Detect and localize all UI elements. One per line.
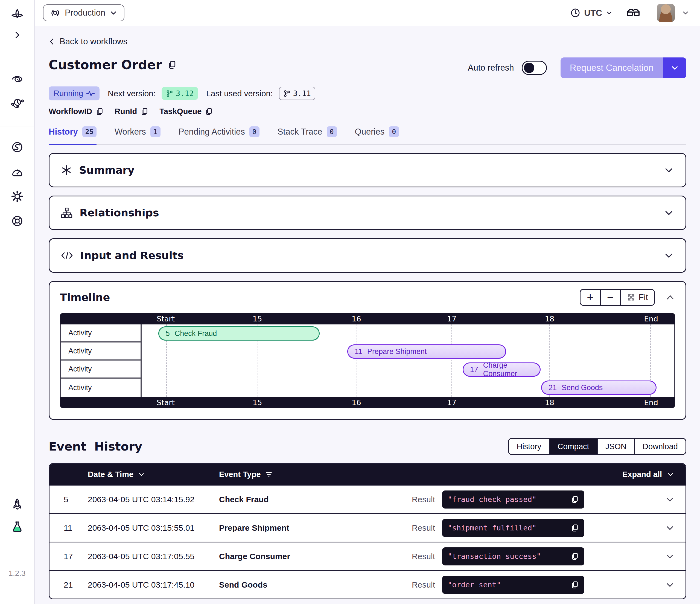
- event-row-charge-consumer[interactable]: 17 2063-04-05 UTC 03:17:05.55 Charge Con…: [49, 541, 685, 570]
- relationships-panel[interactable]: Relationships: [49, 196, 686, 230]
- namespace-selector[interactable]: Production: [43, 4, 124, 21]
- view-mode-history[interactable]: History: [509, 439, 549, 454]
- toggle-knob: [524, 63, 534, 73]
- event-name: Check Fraud: [175, 329, 217, 338]
- gantt-bar-prepare-shipment[interactable]: 11 Prepare Shipment: [347, 344, 506, 359]
- next-version-value: 3.12: [176, 89, 194, 98]
- task-queue-copy[interactable]: TaskQueue: [159, 107, 213, 116]
- gantt-bar-charge-consumer[interactable]: 17 Charge Consumer: [462, 362, 541, 377]
- sidebar-item-support-icon[interactable]: [8, 212, 26, 230]
- axis-tick: End: [644, 315, 658, 323]
- result-value: "transaction success": [448, 552, 571, 560]
- sidebar-item-usage-icon[interactable]: [8, 163, 26, 180]
- input-results-panel[interactable]: Input and Results: [49, 238, 686, 273]
- event-timestamp: 2063-04-05 UTC 03:15:55.01: [88, 523, 219, 533]
- gantt-bar-send-goods[interactable]: 21 Send Goods: [541, 381, 656, 395]
- result-chip: "fraud check passed": [442, 490, 584, 509]
- result-chip: "shipment fulfilled": [442, 519, 584, 537]
- axis-tick: 15: [253, 315, 262, 323]
- workflow-id-label: WorkflowID: [49, 107, 92, 116]
- expand-row-chevron-icon[interactable]: [665, 523, 675, 533]
- filter-icon: [265, 471, 272, 478]
- cancelation-dropdown-button[interactable]: [663, 57, 686, 78]
- summary-panel[interactable]: Summary: [49, 153, 686, 187]
- event-timestamp: 2063-04-05 UTC 03:14:15.92: [88, 495, 219, 504]
- chevron-down-icon: [664, 165, 674, 175]
- request-cancelation-label: Request Cancelation: [560, 57, 663, 78]
- tab-count-badge: 0: [249, 126, 259, 137]
- view-mode-json[interactable]: JSON: [597, 439, 634, 454]
- labs-glasses-icon[interactable]: [626, 8, 641, 18]
- copy-icon: [140, 107, 148, 116]
- copy-icon[interactable]: [571, 524, 579, 532]
- sidebar-item-getting-started-icon[interactable]: [8, 496, 26, 513]
- sidebar-item-workflows-icon[interactable]: [8, 70, 26, 88]
- event-row-check-fraud[interactable]: 5 2063-04-05 UTC 03:14:15.92 Check Fraud…: [49, 485, 685, 513]
- copy-icon[interactable]: [167, 60, 177, 70]
- column-date-time[interactable]: Date & Time: [88, 470, 219, 479]
- zoom-out-button[interactable]: −: [600, 290, 620, 305]
- event-name: Send Goods: [561, 384, 603, 392]
- copy-icon[interactable]: [571, 581, 579, 589]
- sidebar-item-settings-icon[interactable]: [8, 188, 26, 205]
- sidebar-expand-button[interactable]: [8, 26, 26, 44]
- timeline-panel: Timeline + − Fit: [49, 281, 686, 420]
- left-sidebar: 1.2.3: [0, 0, 35, 604]
- last-used-version-value: 3.11: [293, 89, 311, 98]
- sidebar-item-batch-icon[interactable]: [8, 139, 26, 156]
- request-cancelation-button[interactable]: Request Cancelation: [560, 57, 686, 78]
- event-id: 21: [549, 384, 557, 392]
- tab-workers[interactable]: Workers 1: [115, 126, 160, 137]
- result-label: Result: [412, 495, 437, 504]
- tab-history[interactable]: History 25: [49, 126, 97, 137]
- copy-icon[interactable]: [571, 496, 579, 504]
- tab-count-badge: 25: [82, 126, 97, 137]
- event-type-header-label: Event Type: [219, 470, 261, 479]
- run-id-copy[interactable]: RunId: [115, 107, 148, 116]
- tab-label: Pending Activities: [179, 127, 245, 137]
- gantt-bar-check-fraud[interactable]: 5 Check Fraud: [158, 327, 320, 341]
- sidebar-item-schedules-icon[interactable]: [8, 95, 26, 112]
- view-mode-compact[interactable]: Compact: [549, 439, 597, 454]
- temporal-logo-icon: [8, 7, 26, 25]
- event-row-prepare-shipment[interactable]: 11 2063-04-05 UTC 03:15:55.01 Prepare Sh…: [49, 513, 685, 541]
- expand-arrows-icon: [627, 293, 635, 302]
- status-label: Running: [54, 89, 83, 98]
- timezone-selector[interactable]: UTC: [570, 8, 612, 18]
- last-used-version-label: Last used version:: [206, 89, 273, 98]
- sidebar-item-labs-icon[interactable]: [8, 518, 26, 536]
- expand-row-chevron-icon[interactable]: [665, 552, 675, 561]
- expand-row-chevron-icon[interactable]: [665, 495, 675, 504]
- tab-stack-trace[interactable]: Stack Trace 0: [278, 126, 337, 137]
- result-label: Result: [412, 580, 437, 589]
- next-version-label: Next version:: [108, 89, 156, 98]
- back-to-workflows-link[interactable]: Back to workflows: [49, 37, 127, 47]
- chevron-down-icon: [606, 9, 612, 16]
- column-event-type[interactable]: Event Type: [219, 470, 398, 479]
- gantt-body: Activity 5 Check Fraud Activity 11 Prepa…: [60, 324, 675, 397]
- gantt-row: Activity 21 Send Goods: [61, 379, 674, 397]
- last-used-version-badge: 3.11: [279, 87, 315, 100]
- expand-row-chevron-icon[interactable]: [665, 580, 675, 589]
- result-value: "fraud check passed": [448, 495, 571, 504]
- collapse-timeline-chevron-icon[interactable]: [665, 292, 675, 302]
- fit-button[interactable]: Fit: [620, 290, 654, 305]
- gantt-row: Activity 11 Prepare Shipment: [61, 342, 674, 361]
- event-type: Charge Consumer: [219, 552, 398, 561]
- copy-icon[interactable]: [571, 552, 579, 560]
- expand-all-button[interactable]: Expand all: [437, 470, 675, 479]
- zoom-in-button[interactable]: +: [580, 290, 600, 305]
- axis-tick: 15: [253, 398, 262, 407]
- tab-queries[interactable]: Queries 0: [355, 126, 399, 137]
- auto-refresh-toggle[interactable]: [522, 61, 547, 75]
- tab-count-badge: 1: [150, 126, 160, 137]
- view-mode-download[interactable]: Download: [634, 439, 685, 454]
- event-id: 5: [166, 329, 170, 338]
- expand-all-label: Expand all: [622, 470, 662, 479]
- workflow-id-copy[interactable]: WorkflowID: [49, 107, 104, 116]
- git-branch-icon: [166, 90, 173, 97]
- avatar[interactable]: [657, 4, 675, 22]
- event-row-send-goods[interactable]: 21 2063-04-05 UTC 03:17:45.10 Send Goods…: [49, 570, 685, 599]
- tab-pending-activities[interactable]: Pending Activities 0: [179, 126, 259, 137]
- user-menu-chevron-icon[interactable]: [682, 9, 689, 17]
